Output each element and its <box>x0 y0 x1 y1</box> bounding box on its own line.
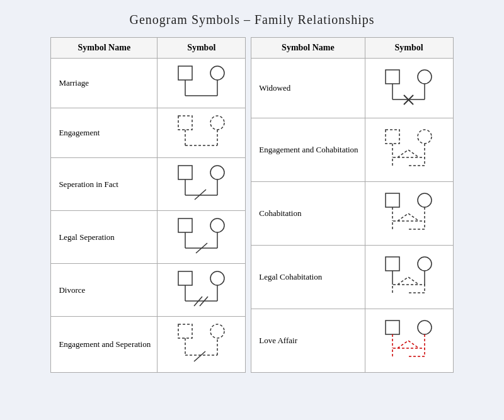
table-row: Widowed <box>251 59 453 118</box>
table-row: Marriage <box>51 59 246 108</box>
svg-point-11 <box>210 166 224 179</box>
symbol-widowed <box>365 59 453 118</box>
left-col2-header: Symbol <box>158 38 246 59</box>
table-row: Cohabitation <box>251 182 453 246</box>
svg-rect-54 <box>386 321 399 334</box>
table-row: Engagement and Cohabitation <box>251 118 453 182</box>
svg-rect-50 <box>386 257 399 271</box>
symbol-engagement <box>158 108 246 158</box>
name-cohab: Cohabitation <box>251 182 365 246</box>
name-legal-sep: Legal Seperation <box>51 211 158 264</box>
svg-point-51 <box>418 257 432 271</box>
symbol-sep-fact <box>158 158 246 211</box>
table-row: Engagement <box>51 108 246 158</box>
svg-point-30 <box>210 324 224 338</box>
svg-rect-29 <box>178 324 192 338</box>
table-row: Love Affair <box>251 309 453 373</box>
name-marriage: Marriage <box>51 59 158 108</box>
symbol-eng-sep <box>158 317 246 373</box>
name-legal-cohab: Legal Cohabitation <box>251 246 365 309</box>
svg-rect-10 <box>178 166 192 179</box>
svg-rect-22 <box>178 271 192 285</box>
symbol-legal-cohab <box>365 246 453 309</box>
name-engagement: Engagement <box>51 108 158 158</box>
name-love-affair: Love Affair <box>251 309 365 373</box>
name-sep-fact: Seperation in Fact <box>51 158 158 211</box>
name-widowed: Widowed <box>251 59 365 118</box>
table-row: Legal Cohabitation <box>251 246 453 309</box>
svg-rect-0 <box>178 66 192 80</box>
tables-container: Symbol Name Symbol Marriage <box>50 37 453 373</box>
left-col1-header: Symbol Name <box>51 38 158 59</box>
svg-point-36 <box>418 70 432 84</box>
svg-point-6 <box>210 116 224 130</box>
symbol-love-affair <box>365 309 453 373</box>
right-table: Symbol Name Symbol Widowed <box>251 37 453 373</box>
svg-point-55 <box>418 321 432 334</box>
left-table: Symbol Name Symbol Marriage <box>50 37 246 373</box>
svg-point-17 <box>210 219 224 232</box>
table-row: Seperation in Fact <box>51 158 246 211</box>
svg-rect-16 <box>178 219 192 232</box>
svg-rect-42 <box>386 130 399 144</box>
symbol-cohab <box>365 182 453 246</box>
svg-point-23 <box>210 271 224 285</box>
name-divorce: Divorce <box>51 264 158 317</box>
symbol-divorce <box>158 264 246 317</box>
symbol-legal-sep <box>158 211 246 264</box>
table-row: Engagement and Seperation <box>51 317 246 373</box>
table-row: Legal Seperation <box>51 211 246 264</box>
right-col1-header: Symbol Name <box>251 38 365 59</box>
svg-rect-35 <box>386 70 399 84</box>
svg-line-34 <box>194 351 205 361</box>
name-eng-cohab: Engagement and Cohabitation <box>251 118 365 182</box>
name-eng-sep: Engagement and Seperation <box>51 317 158 373</box>
svg-rect-5 <box>178 116 192 130</box>
symbol-eng-cohab <box>365 118 453 182</box>
svg-point-43 <box>418 130 432 144</box>
svg-rect-46 <box>386 193 399 207</box>
table-row: Divorce <box>51 264 246 317</box>
svg-line-15 <box>195 190 206 200</box>
page-title: Genogram Symbols – Family Relationships <box>130 13 375 27</box>
svg-point-47 <box>418 193 432 207</box>
svg-point-1 <box>210 66 224 80</box>
right-col2-header: Symbol <box>365 38 453 59</box>
symbol-marriage <box>158 59 246 108</box>
